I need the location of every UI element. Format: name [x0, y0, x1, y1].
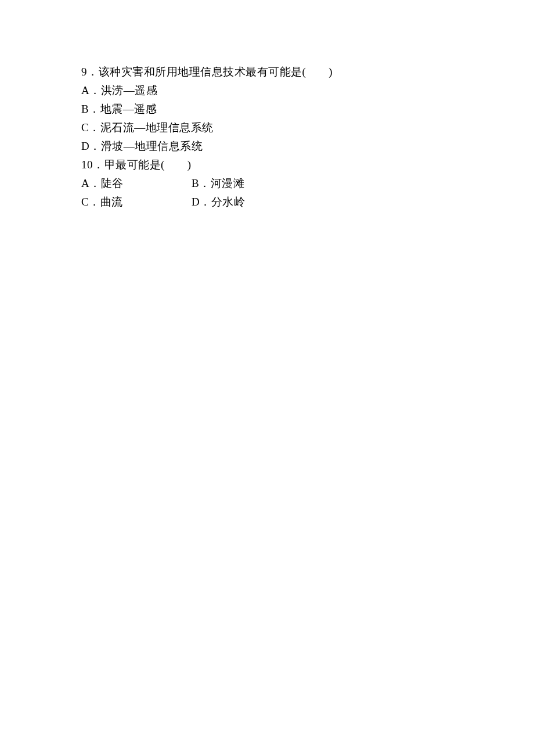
q9-option-b[interactable]: B．地震—遥感: [81, 100, 466, 118]
q10-optC-letter: C．: [81, 196, 100, 208]
exam-page: 9．该种灾害和所用地理信息技术最有可能是( ) A．洪涝—遥感 B．地震—遥感 …: [0, 0, 534, 211]
q9-optB-letter: B．: [81, 103, 100, 115]
q10-number: 10: [81, 159, 93, 171]
q9-optA-text: 洪涝—遥感: [101, 84, 158, 96]
q10-optD-text: 分水岭: [211, 196, 246, 208]
q9-optC-text: 泥石流—地理信息系统: [100, 121, 214, 134]
q10-optD-letter: D．: [192, 196, 211, 208]
q10-optA-text: 陡谷: [101, 177, 124, 189]
q10-stem-line: 10．甲最可能是( ): [81, 156, 466, 174]
q9-optC-letter: C．: [81, 121, 100, 134]
q9-stem-line: 9．该种灾害和所用地理信息技术最有可能是( ): [81, 63, 466, 81]
q10-option-c[interactable]: C．曲流: [81, 193, 192, 211]
q9-number: 9: [81, 66, 87, 78]
q9-option-a[interactable]: A．洪涝—遥感: [81, 81, 466, 100]
q10-option-d[interactable]: D．分水岭: [192, 193, 245, 211]
q10-optB-letter: B．: [192, 177, 211, 189]
q10-row-ab: A．陡谷 B．河漫滩: [81, 174, 466, 193]
q10-optC-text: 曲流: [100, 196, 123, 208]
q9-optB-text: 地震—遥感: [100, 103, 157, 115]
q10-optA-letter: A．: [81, 177, 101, 189]
q10-option-b[interactable]: B．河漫滩: [192, 174, 244, 193]
q9-optA-letter: A．: [81, 84, 101, 96]
q10-option-a[interactable]: A．陡谷: [81, 174, 192, 193]
q10-stem-text: 甲最可能是: [104, 159, 161, 171]
q9-option-c[interactable]: C．泥石流—地理信息系统: [81, 118, 466, 137]
q9-optD-text: 滑坡—地理信息系统: [101, 140, 203, 152]
q9-optD-letter: D．: [81, 140, 101, 152]
q9-option-d[interactable]: D．滑坡—地理信息系统: [81, 137, 466, 156]
q10-row-cd: C．曲流 D．分水岭: [81, 193, 466, 211]
q10-optB-text: 河漫滩: [211, 177, 245, 189]
q9-stem-text: 该种灾害和所用地理信息技术最有可能是: [99, 66, 302, 78]
